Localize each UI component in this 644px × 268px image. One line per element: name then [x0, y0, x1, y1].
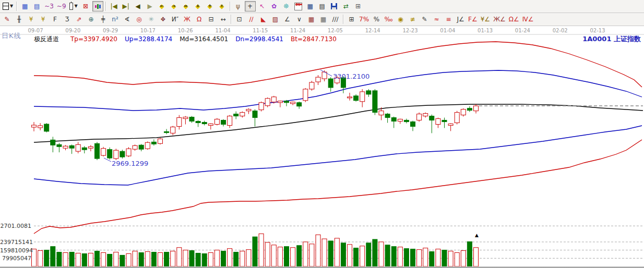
band-wave-icon[interactable]: ≈ [431, 14, 442, 25]
zoom-out-icon[interactable]: ◆✛ [205, 1, 216, 11]
save-icon[interactable] [329, 1, 340, 11]
gold-circle-icon[interactable]: ◉ [395, 14, 406, 25]
j-angle-icon[interactable]: J∠ [455, 14, 466, 25]
star-web-icon-glyph: ✳ [148, 14, 153, 25]
shen-tool-icon-glyph: Ж [184, 14, 190, 25]
fan2-icon[interactable]: ◣ [258, 14, 269, 25]
target-icon[interactable]: ◎ [134, 14, 145, 25]
vline-icon[interactable]: ∨ [294, 14, 305, 25]
candle-style-icon[interactable]: ▼ [68, 1, 79, 11]
stats-panel-icon[interactable]: ⊞ [346, 14, 357, 25]
candle-body [297, 103, 302, 106]
volume-bar [171, 251, 175, 266]
draw-shape-icon[interactable]: ✿ [269, 1, 280, 11]
tools-icon[interactable]: ⊞ [353, 1, 364, 11]
angle-line-icon[interactable]: ∠ [282, 14, 293, 25]
hash-lines-icon[interactable]: ╫ [14, 14, 25, 25]
shen-angle-icon[interactable]: Ж∠ [492, 14, 507, 25]
candle-body [108, 150, 112, 158]
crosshair-icon[interactable]: + [245, 1, 256, 11]
ruler123-icon[interactable]: ⊟ [206, 14, 217, 25]
candle-body [202, 123, 207, 124]
hand-pan-icon[interactable]: ψ [233, 1, 244, 11]
win-angle-icon[interactable]: Ω∠ [508, 14, 520, 25]
candle-body [417, 114, 422, 120]
calculator-icon[interactable]: ▦ [305, 1, 316, 11]
shen-tool-icon[interactable]: Ж [182, 14, 193, 25]
grid-box2-icon[interactable]: ▦ [318, 14, 329, 25]
wave3-icon[interactable]: ~3 [43, 1, 55, 11]
width-measure-icon[interactable]: ↔ [218, 14, 229, 25]
zoom-right-icon[interactable]: ◆→ [169, 1, 180, 11]
formula-manager-icon[interactable]: ⊠ [80, 1, 91, 11]
gold-lines1-icon[interactable]: ¥ [26, 14, 37, 25]
grid-box-icon[interactable]: ▦ [306, 14, 317, 25]
zoom-in-icon[interactable]: ◆+ [193, 1, 204, 11]
next-bar-icon-glyph: ▶ [147, 1, 152, 11]
pointer-wave-icon[interactable]: ↖ [257, 1, 268, 11]
rocket-icon[interactable]: ⇗ [74, 14, 85, 25]
main-toolbar: ▼▦▤~3~9▼⊠|◀▶|◀▶◆←◆→◆↔◆+◆✛◆✳ψ+↖✿❊21▦▤⇄⊞ [0, 0, 644, 13]
gold-lines2-icon[interactable]: ¥ [38, 14, 49, 25]
j-angle-icon-glyph: J∠ [457, 14, 464, 25]
pct-band-icon[interactable]: 7% [358, 14, 370, 25]
smart-icon[interactable]: ❊ [281, 1, 292, 11]
volume-bar [189, 251, 194, 266]
zoom-hfit-icon[interactable]: ◆↔ [181, 1, 192, 11]
volume-bar [303, 242, 308, 266]
spiral-icon[interactable]: Ʒ [62, 14, 73, 25]
red-level-icon[interactable]: ≡ [443, 14, 454, 25]
hash2-icon[interactable]: ╪ [98, 14, 109, 25]
calendar-icon[interactable]: 21 [293, 1, 304, 11]
last-bar-icon[interactable]: ▶| [121, 1, 132, 11]
fan2-icon-glyph: ◣ [261, 14, 266, 25]
fan-lines-icon[interactable]: ∕∕ [246, 14, 257, 25]
period-selector[interactable]: ▼ [2, 1, 14, 11]
export-icon[interactable]: ⇄ [341, 1, 352, 11]
chart-canvas[interactable]: 3301.21002969.1299▲ [0, 26, 644, 268]
star-web-icon[interactable]: ✳ [146, 14, 157, 25]
spider-web-icon[interactable]: ❖ [158, 14, 169, 25]
zoom-right-icon-overlay: → [172, 1, 176, 11]
volume-bar [76, 253, 80, 266]
volume-bar [164, 252, 169, 266]
chart-window-icon[interactable]: ▦ [19, 1, 30, 11]
f-angle-icon-glyph: F∠ [468, 14, 478, 25]
wave9-icon[interactable]: ~9 [56, 1, 67, 11]
info-doc-icon[interactable]: ▤ [31, 1, 42, 11]
candle-glyph-icon [69, 3, 73, 10]
candle-body [234, 114, 238, 116]
web-box-icon-glyph: ▨ [272, 14, 278, 25]
win-tool-icon[interactable]: Ω [194, 14, 205, 25]
zoom-left-icon[interactable]: ◆← [157, 1, 168, 11]
brush-icon[interactable]: ✎ [2, 14, 13, 25]
compass-icon[interactable]: ⊕ [86, 14, 97, 25]
angle-ruler-icon[interactable]: ∢ [122, 14, 133, 25]
colored-bars-icon[interactable] [92, 1, 103, 11]
notes-icon[interactable]: ▤ [317, 1, 328, 11]
four-angle-icon[interactable]: Ⅳ∠ [521, 14, 535, 25]
next-bar-icon[interactable]: ▶ [145, 1, 156, 11]
web-box-icon[interactable]: ▨ [270, 14, 281, 25]
rocket-icon-glyph: ⇗ [76, 14, 81, 25]
quote-mark-icon[interactable]: И″ [170, 14, 181, 25]
gold-level-icon[interactable]: ≢ [407, 14, 418, 25]
zoom-all-icon[interactable]: ◆✳ [217, 1, 228, 11]
candle-body [158, 139, 163, 143]
n2-icon[interactable]: n² [110, 14, 121, 25]
candle-body [240, 113, 245, 116]
spiral-icon-glyph: Ʒ [65, 14, 69, 25]
fibo-lines-icon[interactable]: F [50, 14, 61, 25]
smart-icon-glyph: ❊ [283, 1, 289, 11]
prev-bar-icon[interactable]: ◀ [133, 1, 144, 11]
pct-line-icon[interactable]: ‰ [383, 14, 394, 25]
brush2-icon[interactable]: ✎ [419, 14, 430, 25]
gold-angle-icon[interactable]: ¥∠ [480, 14, 491, 25]
candle-body [474, 106, 479, 111]
gold-circle-icon-glyph: ◉ [398, 14, 403, 25]
percent-icon[interactable]: % [371, 14, 382, 25]
first-bar-icon[interactable]: |◀ [109, 1, 120, 11]
f-angle-icon[interactable]: F∠ [467, 14, 479, 25]
slash3-icon[interactable]: ∕∕∕ [330, 14, 341, 25]
rect-tool-icon[interactable]: ⊡ [234, 14, 245, 25]
